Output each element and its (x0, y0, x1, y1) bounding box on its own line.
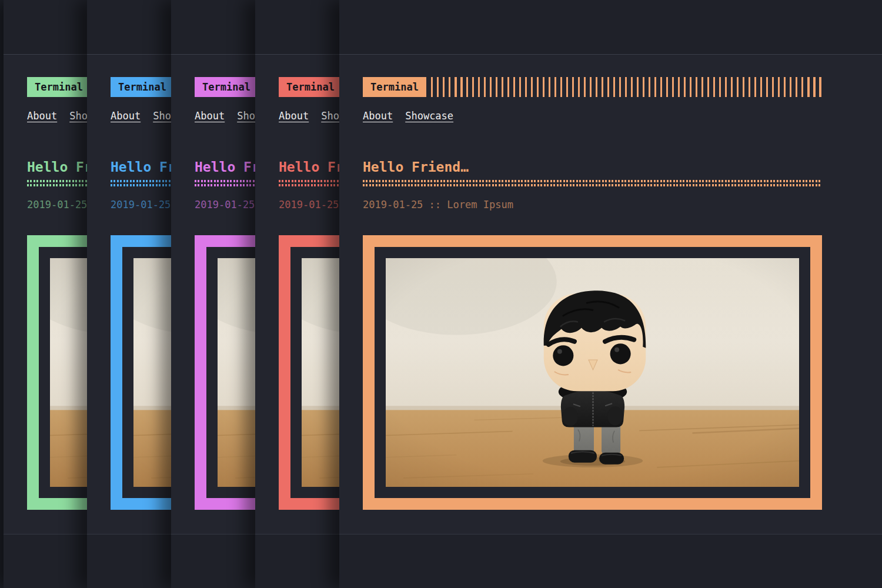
nav-link-about[interactable]: About (111, 111, 141, 122)
header-decoration-bars-icon (431, 77, 822, 97)
site-logo[interactable]: Terminal (111, 77, 174, 97)
site-logo[interactable]: Terminal (363, 77, 426, 97)
post-title-link[interactable]: Hello Friend… (363, 160, 822, 174)
theme-panel-orange: Terminal About Showcase Hello Friend… 20… (339, 0, 882, 588)
post-title-divider (363, 180, 822, 186)
page-bottom-margin (339, 534, 882, 588)
site-logo[interactable]: Terminal (279, 77, 342, 97)
divider-dotted-row (363, 180, 822, 182)
nav-link-about[interactable]: About (195, 111, 225, 122)
theme-showcase-stage: Terminal About Showcase Hello Friend… 20… (0, 0, 882, 588)
site-logo[interactable]: Terminal (195, 77, 258, 97)
nav-link-about[interactable]: About (279, 111, 309, 122)
site-logo[interactable]: Terminal (27, 77, 91, 97)
nav-link-about[interactable]: About (27, 111, 57, 122)
panel-content: Terminal About Showcase Hello Friend… 20… (363, 0, 822, 510)
main-nav: About Showcase (363, 111, 822, 122)
nav-link-showcase[interactable]: Showcase (405, 111, 453, 122)
featured-image-frame (363, 235, 822, 510)
container-bottom-border (339, 534, 882, 534)
funko-pop-figure-photo (386, 258, 799, 487)
post-meta: 2019-01-25 :: Lorem Ipsum (363, 199, 822, 211)
site-header: Terminal (363, 77, 822, 97)
nav-link-about[interactable]: About (363, 111, 393, 122)
divider-dotted-row (363, 184, 822, 186)
